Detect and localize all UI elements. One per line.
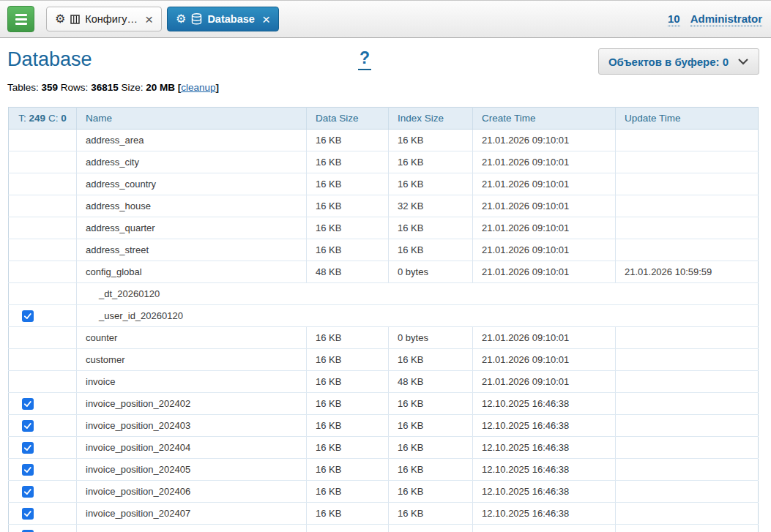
create-time-cell: 21.01.2026 09:10:01 [473,327,616,349]
cleanup-link[interactable]: cleanup [181,82,215,93]
data-size-cell: 16 KB [307,459,389,481]
table-name-cell[interactable]: address_quarter [77,217,307,239]
table-name-cell[interactable]: invoice [77,371,307,393]
row-select-cell[interactable] [9,130,77,151]
row-checkbox-checked[interactable] [22,398,34,410]
row-checkbox-checked[interactable] [22,442,34,454]
column-header-update-time[interactable]: Update Time [616,108,759,130]
row-select-cell[interactable] [9,283,77,305]
table-name-cell[interactable]: address_house [77,195,307,217]
table-name-cell[interactable]: invoice_position_202408 [77,525,307,532]
create-time-cell: 21.01.2026 09:10:01 [473,349,616,371]
index-size-cell: 16 KB [389,415,473,437]
update-time-cell [616,195,759,217]
column-header-data-size[interactable]: Data Size [307,108,389,130]
update-time-cell [616,459,759,481]
selection-summary-header[interactable]: T: 249 C: 0 [9,108,77,130]
tab-configuration[interactable]: ⚙ Конфигу… × [46,7,162,31]
table-name-cell[interactable]: address_street [77,239,307,261]
table-name-cell[interactable]: _user_id_20260120 [77,305,759,327]
row-select-cell[interactable] [9,327,77,349]
grid-icon [70,15,80,24]
index-size-cell: 48 KB [389,371,473,393]
index-size-cell: 16 KB [389,437,473,459]
row-select-cell[interactable] [9,151,77,173]
row-select-cell[interactable] [9,195,77,217]
create-time-cell: 12.10.2025 16:46:38 [473,459,616,481]
table-row: address_street16 KB16 KB21.01.2026 09:10… [9,239,759,261]
table-row: invoice_position_20240316 KB16 KB12.10.2… [9,415,759,437]
tab-database[interactable]: ⚙ Database × [167,7,279,31]
update-time-cell [616,415,759,437]
column-header-create-time[interactable]: Create Time [473,108,616,130]
main-menu-button[interactable] [7,6,34,32]
gear-icon: ⚙ [176,13,186,25]
update-time-cell [616,393,759,415]
row-select-cell[interactable] [9,459,77,481]
current-user-link[interactable]: Administrator [690,12,762,26]
row-select-cell[interactable] [9,349,77,371]
table-name-cell[interactable]: config_global [77,261,307,283]
table-row: invoice_position_20240216 KB16 KB12.10.2… [9,393,759,415]
row-select-cell[interactable] [9,261,77,283]
row-select-cell[interactable] [9,393,77,415]
row-select-cell[interactable] [9,305,77,327]
row-checkbox-checked[interactable] [22,486,34,498]
row-checkbox-checked[interactable] [22,508,34,520]
table-name-cell[interactable]: invoice_position_202407 [77,503,307,525]
app-window: ⚙ Конфигу… × ⚙ [0,0,771,532]
column-header-name[interactable]: Name [77,108,307,130]
database-icon [191,13,202,25]
table-row: invoice_position_20240516 KB16 KB12.10.2… [9,459,759,481]
close-icon[interactable]: × [262,12,270,26]
table-name-cell[interactable]: address_country [77,173,307,195]
row-select-cell[interactable] [9,217,77,239]
table-name-cell[interactable]: address_area [77,130,307,151]
table-name-cell[interactable]: invoice_position_202404 [77,437,307,459]
table-name-cell[interactable]: _dt_20260120 [77,283,759,305]
index-size-cell: 16 KB [389,503,473,525]
table-name-cell[interactable]: address_city [77,151,307,173]
row-select-cell[interactable] [9,173,77,195]
db-stats-line: Tables: 359 Rows: 36815 Size: 20 MB [cle… [0,79,771,98]
data-size-cell: 16 KB [307,525,389,532]
column-header-index-size[interactable]: Index Size [389,108,473,130]
create-time-cell: 21.01.2026 09:10:01 [473,371,616,393]
table-name-cell[interactable]: invoice_position_202406 [77,481,307,503]
buffer-dropdown-button[interactable]: Объектов в буфере: 0 [598,48,759,75]
row-checkbox-checked[interactable] [22,464,34,476]
update-time-cell [616,503,759,525]
table-row: invoice16 KB48 KB21.01.2026 09:10:01 [9,371,759,393]
data-size-cell: 16 KB [307,239,389,261]
size-value: 20 MB [146,82,175,93]
row-select-cell[interactable] [9,481,77,503]
create-time-cell: 21.01.2026 09:10:01 [473,261,616,283]
table-name-cell[interactable]: counter [77,327,307,349]
data-size-cell: 16 KB [307,437,389,459]
table-row: invoice_position_20240716 KB16 KB12.10.2… [9,503,759,525]
index-size-cell: 16 KB [389,217,473,239]
row-select-cell[interactable] [9,437,77,459]
table-row: address_country16 KB16 KB21.01.2026 09:1… [9,173,759,195]
table-name-cell[interactable]: invoice_position_202403 [77,415,307,437]
row-checkbox-checked[interactable] [22,420,34,432]
row-select-cell[interactable] [9,239,77,261]
row-select-cell[interactable] [9,525,77,532]
table-name-cell[interactable]: invoice_position_202402 [77,393,307,415]
table-name-cell[interactable]: invoice_position_202405 [77,459,307,481]
data-size-cell: 48 KB [307,261,389,283]
row-select-cell[interactable] [9,371,77,393]
help-link[interactable]: ? [358,48,371,70]
table-row: address_quarter16 KB16 KB21.01.2026 09:1… [9,217,759,239]
update-time-cell: 21.01.2026 10:59:59 [616,261,759,283]
create-time-cell: 21.01.2026 09:10:01 [473,173,616,195]
top-bar: ⚙ Конфигу… × ⚙ [0,0,771,38]
tables-list: T: 249 C: 0 Name Data Size Index Size Cr… [8,107,759,532]
rows-value: 36815 [91,82,119,93]
table-name-cell[interactable]: customer [77,349,307,371]
notification-count-link[interactable]: 10 [668,12,680,26]
close-icon[interactable]: × [145,12,153,26]
row-select-cell[interactable] [9,503,77,525]
row-select-cell[interactable] [9,415,77,437]
row-checkbox-checked[interactable] [22,310,34,322]
